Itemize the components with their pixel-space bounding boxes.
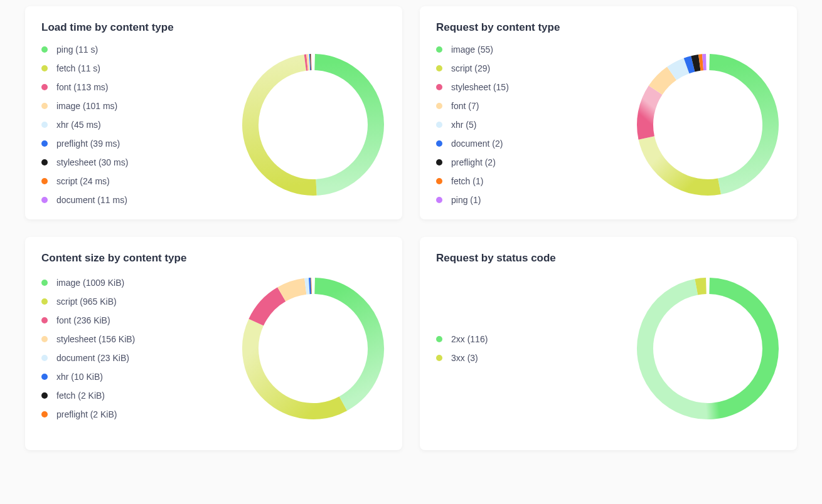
card-body: image (1009 KiB)script (965 KiB)font (23…	[41, 276, 386, 421]
donut-segment[interactable]	[282, 286, 306, 295]
legend-item[interactable]: stylesheet (15)	[436, 83, 509, 92]
legend-item[interactable]: document (23 KiB)	[41, 354, 135, 362]
legend-dot-icon	[436, 84, 442, 90]
legend-item[interactable]: xhr (10 KiB)	[41, 372, 135, 381]
legend-dot-icon	[436, 336, 442, 342]
donut-segment[interactable]	[697, 286, 707, 287]
legend-item[interactable]: ping (11 s)	[41, 45, 128, 54]
card-body: ping (11 s)fetch (11 s)font (113 ms)imag…	[41, 45, 386, 204]
card-request-type: Request by content type image (55)script…	[420, 6, 797, 219]
legend-item[interactable]: document (2)	[436, 139, 509, 148]
legend-dot-icon	[436, 46, 442, 53]
legend-dot-icon	[436, 355, 442, 361]
legend-label: fetch (1)	[451, 177, 483, 186]
donut-segment[interactable]	[686, 64, 693, 66]
legend-item[interactable]: xhr (45 ms)	[41, 120, 128, 129]
donut-status-code	[635, 276, 781, 421]
legend-item[interactable]: font (113 ms)	[41, 83, 128, 92]
legend-item[interactable]: document (11 ms)	[41, 196, 128, 204]
legend-dot-icon	[41, 355, 48, 361]
legend-label: script (965 KiB)	[56, 297, 117, 306]
donut-segment[interactable]	[306, 286, 309, 286]
legend-dot-icon	[41, 280, 48, 286]
legend-item[interactable]: stylesheet (156 KiB)	[41, 335, 135, 344]
card-title: Request by status code	[436, 252, 781, 265]
legend-label: xhr (5)	[451, 120, 476, 129]
legend-label: script (29)	[451, 64, 490, 73]
donut-segment[interactable]	[645, 90, 656, 138]
legend-request-type: image (55)script (29)stylesheet (15)font…	[436, 45, 509, 204]
legend-label: document (2)	[451, 139, 503, 148]
legend-label: 3xx (3)	[451, 354, 478, 362]
donut-load-time	[240, 52, 386, 197]
legend-item[interactable]: preflight (2 KiB)	[41, 410, 135, 419]
legend-item[interactable]: 3xx (3)	[436, 354, 488, 362]
legend-label: document (23 KiB)	[56, 354, 129, 362]
legend-label: font (236 KiB)	[56, 316, 110, 325]
donut-segment[interactable]	[256, 295, 282, 323]
legend-item[interactable]: script (29)	[436, 64, 509, 73]
dashboard-grid: Load time by content type ping (11 s)fet…	[0, 0, 822, 465]
donut-segment[interactable]	[315, 62, 376, 187]
legend-item[interactable]: preflight (39 ms)	[41, 139, 128, 148]
legend-label: ping (1)	[451, 196, 481, 204]
legend-content-size: image (1009 KiB)script (965 KiB)font (23…	[41, 278, 135, 419]
donut-segment[interactable]	[250, 322, 343, 411]
card-body: image (55)script (29)stylesheet (15)font…	[436, 45, 781, 204]
legend-item[interactable]: ping (1)	[436, 196, 509, 204]
legend-item[interactable]: fetch (11 s)	[41, 64, 128, 73]
legend-item[interactable]: image (1009 KiB)	[41, 278, 135, 287]
donut-segment[interactable]	[693, 63, 699, 64]
donut-segment[interactable]	[250, 63, 316, 187]
legend-label: preflight (2 KiB)	[56, 410, 117, 419]
legend-item[interactable]: script (24 ms)	[41, 177, 128, 186]
legend-label: stylesheet (15)	[451, 83, 509, 92]
legend-item[interactable]: fetch (2 KiB)	[41, 391, 135, 400]
legend-label: fetch (2 KiB)	[56, 391, 105, 400]
legend-dot-icon	[41, 103, 48, 109]
legend-item[interactable]: stylesheet (30 ms)	[41, 158, 128, 167]
legend-label: 2xx (116)	[451, 335, 488, 344]
card-title: Content size by content type	[41, 252, 386, 265]
legend-dot-icon	[41, 122, 48, 128]
donut-segment[interactable]	[646, 138, 719, 187]
legend-dot-icon	[41, 336, 48, 342]
legend-label: preflight (39 ms)	[56, 139, 120, 148]
legend-label: image (55)	[451, 45, 493, 54]
legend-dot-icon	[41, 178, 48, 184]
legend-dot-icon	[41, 140, 48, 147]
donut-segment[interactable]	[315, 286, 376, 404]
card-title: Load time by content type	[41, 21, 386, 34]
donut-request-type	[635, 52, 781, 197]
legend-item[interactable]: font (7)	[436, 102, 509, 110]
legend-dot-icon	[41, 65, 48, 71]
legend-status-code: 2xx (116)3xx (3)	[436, 335, 488, 362]
legend-label: script (24 ms)	[56, 177, 110, 186]
legend-item[interactable]: preflight (2)	[436, 158, 509, 167]
legend-label: ping (11 s)	[56, 45, 98, 54]
legend-item[interactable]: image (101 ms)	[41, 102, 128, 110]
legend-label: xhr (10 KiB)	[56, 372, 103, 381]
legend-load-time: ping (11 s)fetch (11 s)font (113 ms)imag…	[41, 45, 128, 204]
legend-dot-icon	[41, 411, 48, 417]
donut-segment[interactable]	[656, 73, 672, 90]
legend-item[interactable]: 2xx (116)	[436, 335, 488, 344]
legend-label: stylesheet (30 ms)	[56, 158, 128, 167]
donut-content-size	[240, 276, 386, 421]
legend-item[interactable]: font (236 KiB)	[41, 316, 135, 325]
card-title: Request by content type	[436, 21, 781, 34]
legend-dot-icon	[41, 392, 48, 399]
legend-dot-icon	[41, 317, 48, 323]
legend-item[interactable]: fetch (1)	[436, 177, 509, 186]
card-body: 2xx (116)3xx (3)	[436, 276, 781, 421]
legend-label: image (1009 KiB)	[56, 278, 124, 287]
legend-item[interactable]: xhr (5)	[436, 120, 509, 129]
donut-segment[interactable]	[700, 62, 703, 63]
legend-dot-icon	[41, 84, 48, 90]
legend-item[interactable]: script (965 KiB)	[41, 297, 135, 306]
legend-dot-icon	[436, 122, 442, 128]
donut-segment[interactable]	[710, 62, 771, 186]
donut-segment[interactable]	[672, 66, 687, 73]
legend-item[interactable]: image (55)	[436, 45, 509, 54]
donut-segment[interactable]	[645, 286, 771, 411]
